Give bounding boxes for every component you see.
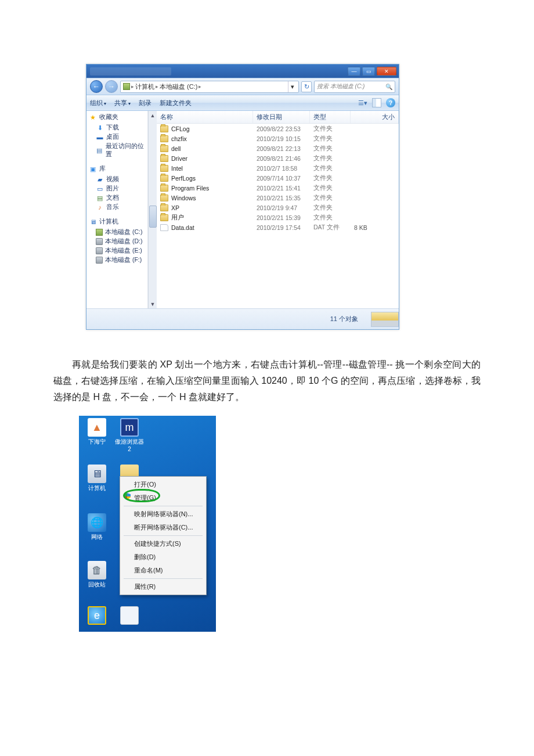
file-type: 文件夹 — [310, 135, 351, 143]
command-bar: 组织 共享 刻录 新建文件夹 ☰▾ ? — [86, 95, 399, 111]
scroll-down-icon[interactable]: ▼ — [149, 300, 157, 308]
scroll-thumb[interactable] — [149, 206, 157, 228]
nav-drive-d[interactable]: 本地磁盘 (D:) — [89, 237, 146, 246]
table-row[interactable]: dell2009/8/21 22:13文件夹 — [157, 143, 399, 153]
burn-button[interactable]: 刻录 — [139, 99, 151, 107]
table-row[interactable]: CFLog2009/8/22 23:53文件夹 — [157, 124, 399, 134]
navpane-scrollbar[interactable]: ▲ ▼ — [148, 111, 157, 308]
menu-shortcut[interactable]: 创建快捷方式(S) — [121, 537, 205, 550]
desktop-icon-maxthon[interactable]: m傲游浏览器2 — [114, 418, 145, 452]
desktop-icon-network[interactable]: 🌐网络 — [81, 513, 113, 541]
file-type: 文件夹 — [310, 164, 351, 172]
nav-videos[interactable]: ▰视频 — [89, 175, 146, 184]
video-icon: ▰ — [96, 175, 104, 183]
table-row[interactable]: Data.dat2010/2/19 17:54DAT 文件8 KB — [157, 222, 399, 232]
share-menu[interactable]: 共享 — [114, 99, 131, 107]
nav-drive-c[interactable]: 本地磁盘 (C:) — [89, 228, 146, 237]
preview-pane-button[interactable] — [372, 98, 381, 107]
folder-icon — [160, 145, 168, 152]
breadcrumb-sep: ▸ — [156, 84, 158, 89]
recent-icon: ▤ — [96, 146, 103, 154]
scroll-up-icon[interactable]: ▲ — [149, 111, 157, 120]
close-button[interactable]: ✕ — [377, 67, 396, 75]
menu-separator — [124, 535, 203, 536]
desktop-icon-app1[interactable]: ▲下海宁 — [81, 418, 113, 446]
table-row[interactable]: Program Files2010/2/21 15:41文件夹 — [157, 183, 399, 193]
nav-drive-f[interactable]: 本地磁盘 (F:) — [89, 255, 146, 265]
drive-icon — [96, 257, 103, 264]
table-row[interactable]: Intel2010/2/7 18:58文件夹 — [157, 163, 399, 173]
folder-icon — [160, 135, 168, 142]
col-size[interactable]: 大小 — [351, 111, 399, 123]
file-name: Data.dat — [171, 224, 194, 231]
file-type: 文件夹 — [310, 204, 351, 212]
file-type: 文件夹 — [310, 184, 351, 192]
nav-music[interactable]: ♪音乐 — [89, 203, 146, 212]
command-bar-right: ☰▾ ? — [358, 98, 395, 107]
file-date: 2009/8/21 22:13 — [253, 145, 310, 152]
col-name[interactable]: 名称 — [157, 111, 253, 123]
nav-recent[interactable]: ▤最近访问的位置 — [89, 142, 146, 159]
breadcrumb[interactable]: ▸ 计算机 ▸ 本地磁盘 (C:) ▸ ▾ — [120, 81, 299, 93]
nav-libraries-header[interactable]: ▣库 — [89, 165, 146, 173]
nav-downloads[interactable]: ⬇下载 — [89, 123, 146, 132]
nav-documents[interactable]: ▤文档 — [89, 193, 146, 203]
file-name: XP — [171, 204, 179, 211]
back-button[interactable]: ← — [90, 80, 103, 93]
breadcrumb-dropdown[interactable]: ▾ — [288, 81, 296, 92]
help-button[interactable]: ? — [386, 98, 395, 107]
menu-separator — [124, 578, 203, 579]
maximize-button[interactable]: ▭ — [362, 67, 375, 75]
forward-button[interactable]: → — [105, 80, 118, 93]
file-date: 2010/2/19 9:47 — [253, 204, 310, 211]
table-row[interactable]: chzfix2010/2/19 10:15文件夹 — [157, 134, 399, 143]
organize-menu[interactable]: 组织 — [90, 99, 106, 107]
desktop-icon-computer[interactable]: 🖥计算机 — [81, 465, 113, 492]
folder-icon — [160, 125, 168, 132]
table-row[interactable]: Windows2010/2/21 15:35文件夹 — [157, 193, 399, 203]
col-date[interactable]: 修改日期 — [253, 111, 310, 123]
title-bar[interactable]: — ▭ ✕ — [86, 64, 399, 78]
nav-drive-e[interactable]: 本地磁盘 (E:) — [89, 246, 146, 255]
menu-unmap-drive[interactable]: 断开网络驱动器(C)... — [121, 521, 205, 534]
file-name: 用户 — [171, 214, 184, 222]
desktop-icon-ie[interactable]: e — [81, 606, 113, 626]
breadcrumb-computer[interactable]: 计算机 — [135, 82, 154, 91]
search-input[interactable]: 搜索 本地磁盘 (C:) 🔍 — [314, 81, 395, 93]
nav-favorites-header[interactable]: ★收藏夹 — [89, 113, 146, 121]
file-date: 2010/2/7 18:58 — [253, 165, 310, 172]
file-date: 2010/2/21 15:35 — [253, 195, 310, 201]
minimize-button[interactable]: — — [348, 67, 360, 75]
table-row[interactable]: PerfLogs2009/7/14 10:37文件夹 — [157, 173, 399, 183]
menu-properties[interactable]: 属性(R) — [121, 580, 205, 593]
breadcrumb-drive[interactable]: 本地磁盘 (C:) — [160, 82, 197, 91]
desktop-icon: ▬ — [96, 133, 104, 141]
view-menu[interactable]: ☰▾ — [358, 98, 367, 107]
menu-map-drive[interactable]: 映射网络驱动器(N)... — [121, 507, 205, 521]
file-date: 2009/7/14 10:37 — [253, 175, 310, 182]
table-row[interactable]: XP2010/2/19 9:47文件夹 — [157, 203, 399, 213]
new-folder-button[interactable]: 新建文件夹 — [160, 99, 192, 107]
file-type: 文件夹 — [310, 125, 351, 133]
col-type[interactable]: 类型 — [310, 111, 351, 123]
file-type: 文件夹 — [310, 145, 351, 153]
file-size: 8 KB — [351, 224, 399, 231]
picture-icon: ▭ — [96, 185, 104, 193]
desktop-icon-recycle[interactable]: 🗑回收站 — [81, 561, 113, 589]
folder-icon — [160, 155, 168, 162]
breadcrumb-sep: ▸ — [131, 84, 134, 89]
explorer-body: ★收藏夹 ⬇下载 ▬桌面 ▤最近访问的位置 ▣库 ▰视频 ▭图片 ▤文档 ♪音乐… — [86, 111, 399, 308]
desktop-icon-blank[interactable] — [114, 606, 145, 626]
refresh-button[interactable]: ↻ — [301, 81, 312, 92]
menu-rename[interactable]: 重命名(M) — [121, 564, 205, 577]
table-row[interactable]: 用户2010/2/21 15:39文件夹 — [157, 213, 399, 222]
nav-desktop[interactable]: ▬桌面 — [89, 132, 146, 142]
address-bar: ← → ▸ 计算机 ▸ 本地磁盘 (C:) ▸ ▾ ↻ 搜索 本地磁盘 (C:)… — [86, 78, 399, 95]
nav-pictures[interactable]: ▭图片 — [89, 184, 146, 193]
folder-icon — [160, 214, 168, 221]
menu-delete[interactable]: 删除(D) — [121, 550, 205, 564]
table-row[interactable]: Driver2009/8/21 21:46文件夹 — [157, 153, 399, 163]
file-date: 2010/2/21 15:41 — [253, 185, 310, 192]
nav-computer-header[interactable]: 🖥计算机 — [89, 218, 146, 226]
menu-manage[interactable]: 管理(G) — [121, 491, 205, 505]
